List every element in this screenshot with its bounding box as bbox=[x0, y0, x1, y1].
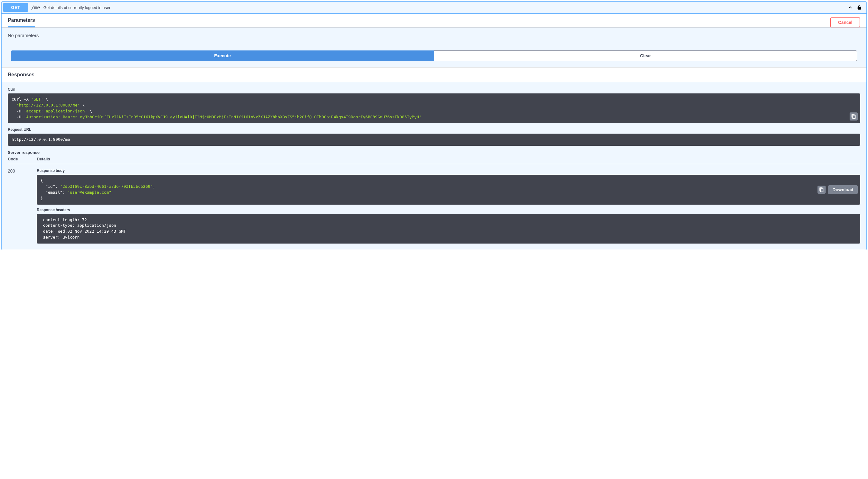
curl-block: curl -X 'GET' \ 'http://127.0.0.1:8000/m… bbox=[8, 94, 860, 123]
body-text: "id" bbox=[40, 184, 55, 189]
details-column-header: Details bbox=[37, 157, 860, 164]
clear-button[interactable]: Clear bbox=[434, 50, 857, 61]
lock-icon[interactable] bbox=[857, 5, 862, 10]
response-table: Code Details 200 Response body { "id": "… bbox=[8, 157, 860, 244]
response-body-block: { "id": "2db3f69c-8abd-4661-a7d6-703fb3b… bbox=[37, 175, 860, 204]
headers-text: content-length: 72 content-type: applica… bbox=[40, 217, 128, 240]
body-text: "2db3f69c-8abd-4661-a7d6-703fb3bc5269" bbox=[60, 184, 153, 189]
curl-text: \ bbox=[43, 97, 48, 102]
request-url-block: http://127.0.0.1:8000/me bbox=[8, 134, 860, 146]
execute-button[interactable]: Execute bbox=[11, 50, 434, 61]
chevron-up-icon[interactable] bbox=[847, 5, 853, 10]
curl-text: 'GET' bbox=[31, 97, 43, 102]
body-text: : bbox=[55, 184, 60, 189]
curl-text: curl -X bbox=[11, 97, 31, 102]
operation-block: GET /me Get details of currently logged … bbox=[1, 1, 867, 250]
server-response-label: Server response bbox=[8, 150, 860, 155]
curl-text: 'Authorization: Bearer eyJhbGciOiJIUzI1N… bbox=[24, 114, 422, 119]
body-text: } bbox=[40, 196, 43, 201]
response-headers-label: Response headers bbox=[37, 208, 860, 212]
copy-icon[interactable] bbox=[849, 112, 858, 121]
curl-text bbox=[11, 103, 17, 107]
copy-icon[interactable] bbox=[817, 185, 826, 194]
responses-title: Responses bbox=[8, 72, 34, 77]
cancel-button[interactable]: Cancel bbox=[830, 18, 860, 27]
operation-summary-row[interactable]: GET /me Get details of currently logged … bbox=[2, 2, 866, 14]
http-method-badge: GET bbox=[3, 3, 28, 12]
curl-text: 'accept: application/json' bbox=[24, 109, 87, 113]
code-column-header: Code bbox=[8, 157, 34, 164]
curl-label: Curl bbox=[8, 87, 860, 92]
body-text: "user@example.com" bbox=[67, 190, 111, 195]
response-body-label: Response body bbox=[37, 169, 860, 173]
body-text: , bbox=[153, 184, 155, 189]
curl-text: \ bbox=[80, 103, 85, 107]
request-url-value: http://127.0.0.1:8000/me bbox=[11, 137, 70, 142]
curl-text: -H bbox=[11, 114, 24, 119]
responses-body: Curl curl -X 'GET' \ 'http://127.0.0.1:8… bbox=[2, 82, 866, 250]
curl-text: -H bbox=[11, 109, 24, 113]
endpoint-path: /me bbox=[31, 5, 40, 10]
response-headers-block: content-length: 72 content-type: applica… bbox=[37, 214, 860, 244]
endpoint-description: Get details of currently logged in user bbox=[43, 5, 111, 10]
curl-text: \ bbox=[87, 109, 92, 113]
download-button[interactable]: Download bbox=[828, 185, 858, 194]
body-text: { bbox=[40, 178, 43, 183]
body-text: : bbox=[62, 190, 67, 195]
response-details: Response body { "id": "2db3f69c-8abd-466… bbox=[37, 169, 860, 244]
parameters-header: Parameters Cancel bbox=[2, 14, 866, 27]
status-code: 200 bbox=[8, 169, 34, 244]
body-text: "email" bbox=[40, 190, 62, 195]
parameters-body: No parameters bbox=[2, 28, 866, 44]
responses-header: Responses bbox=[2, 67, 866, 82]
parameters-title: Parameters bbox=[8, 18, 35, 27]
request-url-label: Request URL bbox=[8, 127, 860, 132]
curl-text: 'http://127.0.0.1:8000/me' bbox=[17, 103, 80, 107]
no-parameters-text: No parameters bbox=[8, 33, 860, 38]
